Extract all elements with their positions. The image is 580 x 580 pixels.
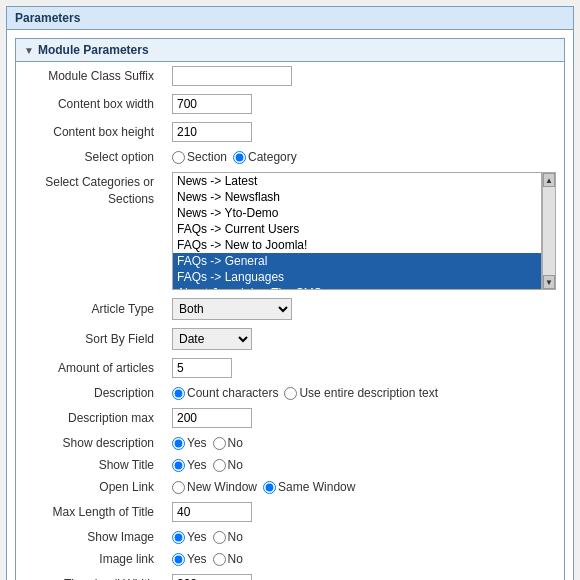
label-show-description: Show description [16,432,164,454]
radio-image-link-no-text: No [228,552,243,566]
list-item[interactable]: FAQs -> Current Users [173,221,541,237]
input-content-box-width[interactable] [172,94,252,114]
row-sort-by-field: Sort By Field Date Title Author [16,324,564,354]
listbox-scrollbar[interactable]: ▲ ▼ [542,172,556,290]
radio-section[interactable] [172,151,185,164]
sort-by-field-combo: Date Title Author [172,328,556,350]
label-sort-by-field: Sort By Field [16,324,164,354]
row-content-box-width: Content box width [16,90,564,118]
scroll-up-button[interactable]: ▲ [543,173,555,187]
row-select-categories: Select Categories orSections News -> Lat… [16,168,564,294]
input-amount-articles[interactable] [172,358,232,378]
radio-show-title-yes[interactable] [172,459,185,472]
radio-show-title-no-label[interactable]: No [213,458,243,472]
article-type-select[interactable]: Both Featured Normal [172,298,292,320]
label-description-max: Description max [16,404,164,432]
input-thumbnail-width[interactable] [172,574,252,580]
row-max-length-title: Max Length of Title [16,498,564,526]
show-image-radios: Yes No [172,530,556,544]
radio-same-window-label[interactable]: Same Window [263,480,355,494]
radio-show-desc-yes-label[interactable]: Yes [172,436,207,450]
parameters-panel: Parameters ▼ Module Parameters Module Cl… [6,6,574,580]
parameters-header: Parameters [7,7,573,30]
radio-count-chars-label[interactable]: Count characters [172,386,278,400]
radio-entire-desc[interactable] [284,387,297,400]
sort-by-field-select[interactable]: Date Title Author [172,328,252,350]
radio-show-image-no[interactable] [213,531,226,544]
list-item-selected[interactable]: FAQs -> Languages [173,269,541,285]
row-article-type: Article Type Both Featured Normal [16,294,564,324]
radio-show-image-no-label[interactable]: No [213,530,243,544]
radio-show-image-yes-text: Yes [187,530,207,544]
radio-new-window[interactable] [172,481,185,494]
label-article-type: Article Type [16,294,164,324]
list-item-selected[interactable]: FAQs -> General [173,253,541,269]
row-show-image: Show Image Yes No [16,526,564,548]
radio-category-text: Category [248,150,297,164]
radio-show-title-no-text: No [228,458,243,472]
radio-image-link-no[interactable] [213,553,226,566]
list-item-selected[interactable]: About Joomla! -> The CMS [173,285,541,290]
radio-image-link-yes-text: Yes [187,552,207,566]
label-image-link: Image link [16,548,164,570]
scroll-track [543,187,555,275]
radio-category-label[interactable]: Category [233,150,297,164]
row-image-link: Image link Yes No [16,548,564,570]
show-description-radios: Yes No [172,436,556,450]
radio-show-title-yes-text: Yes [187,458,207,472]
radio-entire-desc-text: Use entire description text [299,386,438,400]
show-title-radios: Yes No [172,458,556,472]
row-content-box-height: Content box height [16,118,564,146]
radio-show-image-yes-label[interactable]: Yes [172,530,207,544]
radio-show-image-yes[interactable] [172,531,185,544]
radio-show-desc-yes[interactable] [172,437,185,450]
radio-show-desc-no[interactable] [213,437,226,450]
radio-section-text: Section [187,150,227,164]
input-module-class-suffix[interactable] [172,66,292,86]
row-thumbnail-width: Thumbnail Width [16,570,564,580]
list-item[interactable]: News -> Newsflash [173,189,541,205]
module-parameters-panel: ▼ Module Parameters Module Class Suffix … [15,38,565,580]
radio-image-link-yes[interactable] [172,553,185,566]
radio-same-window-text: Same Window [278,480,355,494]
row-description: Description Count characters Use entire … [16,382,564,404]
radio-image-link-no-label[interactable]: No [213,552,243,566]
label-select-option: Select option [16,146,164,168]
input-max-length-title[interactable] [172,502,252,522]
radio-entire-desc-label[interactable]: Use entire description text [284,386,438,400]
row-select-option: Select option Section Category [16,146,564,168]
label-content-box-width: Content box width [16,90,164,118]
label-max-length-title: Max Length of Title [16,498,164,526]
module-parameters-header: ▼ Module Parameters [16,39,564,62]
list-item[interactable]: News -> Yto-Demo [173,205,541,221]
open-link-radios: New Window Same Window [172,480,556,494]
radio-new-window-label[interactable]: New Window [172,480,257,494]
label-show-title: Show Title [16,454,164,476]
radio-image-link-yes-label[interactable]: Yes [172,552,207,566]
scroll-down-button[interactable]: ▼ [543,275,555,289]
categories-listbox[interactable]: News -> Latest News -> Newsflash News ->… [172,172,542,290]
row-show-description: Show description Yes No [16,432,564,454]
radio-category[interactable] [233,151,246,164]
input-content-box-height[interactable] [172,122,252,142]
radio-show-title-no[interactable] [213,459,226,472]
radio-show-desc-no-label[interactable]: No [213,436,243,450]
radio-same-window[interactable] [263,481,276,494]
input-description-max[interactable] [172,408,252,428]
article-type-combo: Both Featured Normal [172,298,556,320]
radio-show-image-no-text: No [228,530,243,544]
radio-show-title-yes-label[interactable]: Yes [172,458,207,472]
row-description-max: Description max [16,404,564,432]
radio-section-label[interactable]: Section [172,150,227,164]
select-option-radios: Section Category [172,150,556,164]
collapse-arrow-icon[interactable]: ▼ [24,45,34,56]
row-open-link: Open Link New Window Same Window [16,476,564,498]
module-parameters-title: Module Parameters [38,43,149,57]
radio-count-chars[interactable] [172,387,185,400]
row-amount-articles: Amount of articles [16,354,564,382]
list-item[interactable]: News -> Latest [173,173,541,189]
list-item[interactable]: FAQs -> New to Joomla! [173,237,541,253]
label-thumbnail-width: Thumbnail Width [16,570,164,580]
form-table: Module Class Suffix Content box width Co… [16,62,564,580]
label-content-box-height: Content box height [16,118,164,146]
